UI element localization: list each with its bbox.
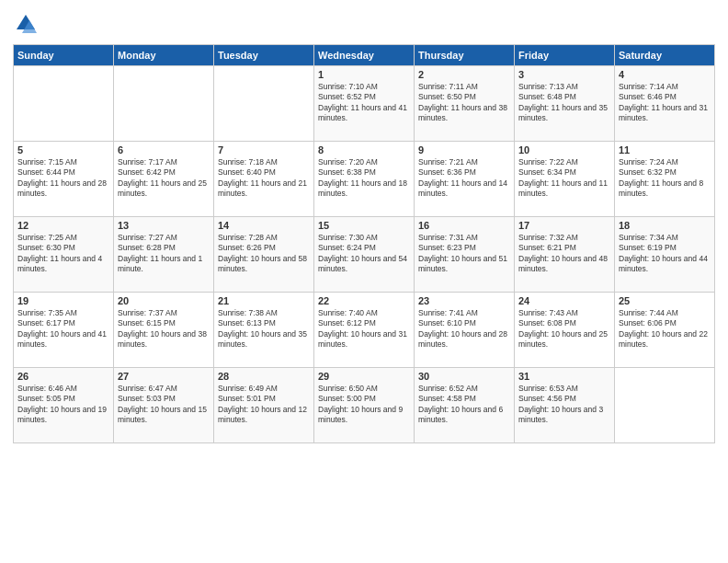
day-info: Sunrise: 7:34 AM Sunset: 6:19 PM Dayligh… [619, 233, 711, 275]
day-info: Sunrise: 7:18 AM Sunset: 6:40 PM Dayligh… [218, 157, 310, 200]
day-number: 21 [218, 295, 310, 306]
day-number: 23 [418, 295, 510, 306]
day-number: 19 [17, 295, 109, 306]
weekday-header-friday: Friday [515, 45, 615, 66]
day-cell: 6Sunrise: 7:17 AM Sunset: 6:42 PM Daylig… [114, 142, 214, 217]
weekday-header-sunday: Sunday [14, 45, 114, 66]
day-number: 27 [118, 371, 210, 382]
day-info: Sunrise: 6:53 AM Sunset: 4:56 PM Dayligh… [518, 384, 610, 426]
day-cell: 9Sunrise: 7:21 AM Sunset: 6:36 PM Daylig… [415, 142, 515, 217]
day-number: 30 [418, 371, 510, 382]
day-cell: 10Sunrise: 7:22 AM Sunset: 6:34 PM Dayli… [515, 142, 615, 217]
day-info: Sunrise: 7:24 AM Sunset: 6:32 PM Dayligh… [619, 157, 711, 200]
weekday-header-thursday: Thursday [415, 45, 515, 66]
day-number: 7 [218, 144, 310, 155]
day-cell: 27Sunrise: 6:47 AM Sunset: 5:03 PM Dayli… [114, 368, 214, 443]
day-number: 22 [318, 295, 410, 306]
day-cell: 29Sunrise: 6:50 AM Sunset: 5:00 PM Dayli… [314, 368, 415, 443]
day-number: 24 [518, 295, 610, 306]
day-number: 16 [418, 220, 510, 231]
day-info: Sunrise: 7:31 AM Sunset: 6:23 PM Dayligh… [418, 233, 510, 275]
week-row-1: 1Sunrise: 7:10 AM Sunset: 6:52 PM Daylig… [14, 66, 715, 142]
day-cell: 25Sunrise: 7:44 AM Sunset: 6:06 PM Dayli… [615, 293, 715, 368]
day-cell: 8Sunrise: 7:20 AM Sunset: 6:38 PM Daylig… [314, 142, 415, 217]
day-cell [114, 66, 214, 142]
day-info: Sunrise: 7:41 AM Sunset: 6:10 PM Dayligh… [418, 308, 510, 350]
day-info: Sunrise: 6:50 AM Sunset: 5:00 PM Dayligh… [318, 384, 410, 426]
day-number: 18 [619, 220, 711, 231]
day-number: 31 [518, 371, 610, 382]
day-number: 11 [619, 144, 711, 155]
day-number: 26 [17, 371, 109, 382]
logo [13, 11, 42, 37]
day-info: Sunrise: 7:27 AM Sunset: 6:28 PM Dayligh… [118, 233, 210, 275]
weekday-header-wednesday: Wednesday [314, 45, 415, 66]
day-cell: 17Sunrise: 7:32 AM Sunset: 6:21 PM Dayli… [515, 217, 615, 293]
day-cell: 30Sunrise: 6:52 AM Sunset: 4:58 PM Dayli… [415, 368, 515, 443]
day-info: Sunrise: 7:44 AM Sunset: 6:06 PM Dayligh… [619, 308, 711, 350]
day-cell: 21Sunrise: 7:38 AM Sunset: 6:13 PM Dayli… [214, 293, 314, 368]
weekday-header-row: SundayMondayTuesdayWednesdayThursdayFrid… [14, 45, 715, 66]
day-info: Sunrise: 7:22 AM Sunset: 6:34 PM Dayligh… [518, 157, 610, 200]
day-cell [214, 66, 314, 142]
day-number: 17 [518, 220, 610, 231]
day-cell: 26Sunrise: 6:46 AM Sunset: 5:05 PM Dayli… [14, 368, 114, 443]
day-cell: 20Sunrise: 7:37 AM Sunset: 6:15 PM Dayli… [114, 293, 214, 368]
weekday-header-saturday: Saturday [615, 45, 715, 66]
day-number: 2 [418, 69, 510, 80]
day-number: 10 [518, 144, 610, 155]
day-number: 15 [318, 220, 410, 231]
day-info: Sunrise: 6:49 AM Sunset: 5:01 PM Dayligh… [218, 384, 310, 426]
day-cell: 1Sunrise: 7:10 AM Sunset: 6:52 PM Daylig… [314, 66, 415, 142]
week-row-3: 12Sunrise: 7:25 AM Sunset: 6:30 PM Dayli… [14, 217, 715, 293]
day-number: 6 [118, 144, 210, 155]
day-info: Sunrise: 7:13 AM Sunset: 6:48 PM Dayligh… [518, 82, 610, 124]
day-cell: 3Sunrise: 7:13 AM Sunset: 6:48 PM Daylig… [515, 66, 615, 142]
day-number: 12 [17, 220, 109, 231]
day-info: Sunrise: 7:43 AM Sunset: 6:08 PM Dayligh… [518, 308, 610, 350]
day-number: 28 [218, 371, 310, 382]
day-info: Sunrise: 7:15 AM Sunset: 6:44 PM Dayligh… [17, 157, 109, 200]
day-info: Sunrise: 6:46 AM Sunset: 5:05 PM Dayligh… [17, 384, 109, 426]
day-cell: 28Sunrise: 6:49 AM Sunset: 5:01 PM Dayli… [214, 368, 314, 443]
day-info: Sunrise: 7:38 AM Sunset: 6:13 PM Dayligh… [218, 308, 310, 350]
day-number: 13 [118, 220, 210, 231]
calendar-page: SundayMondayTuesdayWednesdayThursdayFrid… [0, 0, 728, 563]
day-cell [615, 368, 715, 443]
day-cell: 14Sunrise: 7:28 AM Sunset: 6:26 PM Dayli… [214, 217, 314, 293]
day-cell: 18Sunrise: 7:34 AM Sunset: 6:19 PM Dayli… [615, 217, 715, 293]
header [13, 11, 715, 37]
day-number: 8 [318, 144, 410, 155]
day-cell: 24Sunrise: 7:43 AM Sunset: 6:08 PM Dayli… [515, 293, 615, 368]
weekday-header-tuesday: Tuesday [214, 45, 314, 66]
day-cell: 15Sunrise: 7:30 AM Sunset: 6:24 PM Dayli… [314, 217, 415, 293]
day-info: Sunrise: 7:10 AM Sunset: 6:52 PM Dayligh… [318, 82, 410, 124]
day-info: Sunrise: 7:30 AM Sunset: 6:24 PM Dayligh… [318, 233, 410, 275]
day-number: 4 [619, 69, 711, 80]
day-cell: 13Sunrise: 7:27 AM Sunset: 6:28 PM Dayli… [114, 217, 214, 293]
day-cell: 11Sunrise: 7:24 AM Sunset: 6:32 PM Dayli… [615, 142, 715, 217]
day-info: Sunrise: 7:25 AM Sunset: 6:30 PM Dayligh… [17, 233, 109, 275]
weekday-header-monday: Monday [114, 45, 214, 66]
day-cell: 22Sunrise: 7:40 AM Sunset: 6:12 PM Dayli… [314, 293, 415, 368]
day-cell: 7Sunrise: 7:18 AM Sunset: 6:40 PM Daylig… [214, 142, 314, 217]
day-cell [14, 66, 114, 142]
day-cell: 19Sunrise: 7:35 AM Sunset: 6:17 PM Dayli… [14, 293, 114, 368]
day-number: 9 [418, 144, 510, 155]
day-cell: 4Sunrise: 7:14 AM Sunset: 6:46 PM Daylig… [615, 66, 715, 142]
week-row-2: 5Sunrise: 7:15 AM Sunset: 6:44 PM Daylig… [14, 142, 715, 217]
day-info: Sunrise: 7:20 AM Sunset: 6:38 PM Dayligh… [318, 157, 410, 200]
day-cell: 5Sunrise: 7:15 AM Sunset: 6:44 PM Daylig… [14, 142, 114, 217]
day-number: 1 [318, 69, 410, 80]
day-info: Sunrise: 7:35 AM Sunset: 6:17 PM Dayligh… [17, 308, 109, 350]
logo-icon [13, 11, 39, 37]
day-number: 3 [518, 69, 610, 80]
day-cell: 31Sunrise: 6:53 AM Sunset: 4:56 PM Dayli… [515, 368, 615, 443]
day-info: Sunrise: 7:21 AM Sunset: 6:36 PM Dayligh… [418, 157, 510, 200]
day-info: Sunrise: 7:32 AM Sunset: 6:21 PM Dayligh… [518, 233, 610, 275]
day-cell: 23Sunrise: 7:41 AM Sunset: 6:10 PM Dayli… [415, 293, 515, 368]
day-number: 25 [619, 295, 711, 306]
week-row-4: 19Sunrise: 7:35 AM Sunset: 6:17 PM Dayli… [14, 293, 715, 368]
day-number: 5 [17, 144, 109, 155]
day-info: Sunrise: 7:11 AM Sunset: 6:50 PM Dayligh… [418, 82, 510, 124]
